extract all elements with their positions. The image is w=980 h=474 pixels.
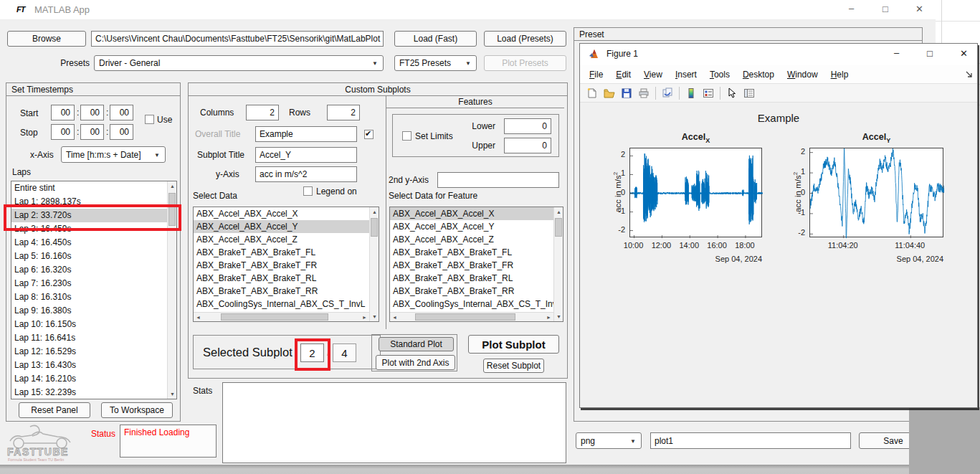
save-icon[interactable] <box>620 87 633 100</box>
load-fast-button[interactable]: Load (Fast) <box>394 31 477 47</box>
start-ss-field[interactable]: 00 <box>110 105 133 120</box>
menu-file[interactable]: File <box>583 67 609 82</box>
figure-close-button[interactable]: ✕ <box>960 48 968 59</box>
plot-presets-button[interactable]: Plot Presets <box>484 55 566 71</box>
start-hh-field[interactable]: 00 <box>51 105 75 120</box>
legend-on-checkbox[interactable] <box>303 186 313 196</box>
set-limits-checkbox[interactable] <box>402 131 411 141</box>
stop-hh-field[interactable]: 00 <box>51 124 75 140</box>
app-minimize-button[interactable]: – <box>849 3 854 14</box>
x-axis-dropdown[interactable]: Time [h:m:s + Date] ▼ <box>61 146 166 163</box>
list-item[interactable]: ABX_BrakeT_ABX_BrakeT_FL <box>390 246 563 259</box>
scroll-down-icon[interactable]: ▼ <box>554 312 563 321</box>
list-item[interactable]: Lap 8: 16.310s <box>11 290 176 304</box>
scroll-right-icon[interactable]: ► <box>360 313 369 322</box>
scroll-up-icon[interactable]: ▲ <box>168 181 177 191</box>
stop-ss-field[interactable]: 00 <box>110 124 133 140</box>
app-maximize-button[interactable]: □ <box>883 4 888 14</box>
lower-field[interactable]: 0 <box>504 118 551 134</box>
list-item[interactable]: ABX_BrakeT_ABX_BrakeT_RR <box>390 285 563 298</box>
menu-edit[interactable]: Edit <box>609 67 637 82</box>
scroll-left-icon[interactable]: ◄ <box>390 313 399 322</box>
data-list-vscroll[interactable]: ▲ ▼ <box>369 207 379 321</box>
list-item[interactable]: ABX_Accel_ABX_Accel_Y <box>390 220 563 233</box>
feature-list-vscroll[interactable]: ▲ ▼ <box>553 207 563 321</box>
list-item[interactable]: Lap 14: 16.210s <box>11 372 176 386</box>
scroll-left-icon[interactable]: ◄ <box>194 313 203 322</box>
reset-panel-button[interactable]: Reset Panel <box>19 402 90 418</box>
list-item[interactable]: Lap 6: 16.320s <box>11 263 176 277</box>
scroll-down-icon[interactable]: ▼ <box>168 389 177 399</box>
figure-maximize-button[interactable]: □ <box>927 48 933 59</box>
list-item[interactable]: Lap 7: 16.230s <box>11 277 176 290</box>
scroll-up-icon[interactable]: ▲ <box>370 207 379 217</box>
select-data-listbox[interactable]: ABX_Accel_ABX_Accel_XABX_Accel_ABX_Accel… <box>193 207 379 322</box>
list-item[interactable]: Lap 12: 16.529s <box>11 345 176 359</box>
second-y-axis-field[interactable] <box>437 172 559 188</box>
figure-minimize-button[interactable]: – <box>894 47 899 58</box>
y-axis-field[interactable]: acc in m/s^2 <box>255 166 357 182</box>
menu-view[interactable]: View <box>637 67 669 82</box>
stop-mm-field[interactable]: 00 <box>80 124 104 140</box>
feature-list-hscroll[interactable]: ◄ ► <box>390 312 553 321</box>
list-item[interactable]: ABX_Accel_ABX_Accel_Z <box>194 233 379 246</box>
list-item[interactable]: ABX_Accel_ABX_Accel_X <box>390 207 563 220</box>
list-item[interactable]: Lap 13: 16.430s <box>11 359 176 372</box>
start-mm-field[interactable]: 00 <box>80 105 104 120</box>
colorbar-icon[interactable] <box>685 87 698 100</box>
pointer-icon[interactable] <box>726 87 738 100</box>
list-item[interactable]: Lap 10: 16.150s <box>11 318 176 331</box>
browse-button[interactable]: Browse <box>7 31 86 47</box>
insert-legend-icon[interactable] <box>702 87 715 100</box>
plot-with-2nd-axis-button[interactable]: Plot with 2nd Axis <box>376 355 455 370</box>
menu-help[interactable]: Help <box>824 67 855 82</box>
plot-subplot-button[interactable]: Plot Subplot <box>468 335 559 354</box>
overall-title-field[interactable]: Example <box>255 126 357 142</box>
list-item[interactable]: Entire stint <box>11 181 176 195</box>
columns-field[interactable]: 2 <box>246 105 279 120</box>
app-close-button[interactable]: ✕ <box>915 4 923 14</box>
rows-field[interactable]: 2 <box>327 105 360 120</box>
path-field[interactable]: C:\Users\Vincent Chau\Documents\Fasttube… <box>91 31 384 47</box>
link-plots-icon[interactable] <box>661 87 674 100</box>
subplot-title-field[interactable]: Accel_Y <box>255 147 357 163</box>
upper-field[interactable]: 0 <box>504 138 551 153</box>
list-item[interactable]: ABX_BrakeT_ABX_BrakeT_FR <box>194 259 379 272</box>
list-item[interactable]: Lap 11: 16.641s <box>11 331 176 345</box>
scroll-right-icon[interactable]: ► <box>544 313 553 322</box>
stats-textarea[interactable] <box>222 382 566 463</box>
overall-title-checkbox[interactable] <box>364 130 374 139</box>
list-item[interactable]: ABX_BrakeT_ABX_BrakeT_FL <box>194 246 379 259</box>
reset-subplot-button[interactable]: Reset Subplot <box>483 359 544 373</box>
feature-data-listbox[interactable]: ABX_Accel_ABX_Accel_XABX_Accel_ABX_Accel… <box>389 207 563 322</box>
figure-titlebar[interactable]: Figure 1 – □ ✕ <box>580 44 977 65</box>
image-format-dropdown[interactable]: png ▼ <box>576 432 642 449</box>
property-inspector-icon[interactable] <box>743 87 756 100</box>
list-item[interactable]: ABX_BrakeT_ABX_BrakeT_RL <box>390 272 563 285</box>
load-presets-button[interactable]: Load (Presets) <box>484 31 566 47</box>
filename-field[interactable]: plot1 <box>650 432 851 449</box>
list-item[interactable]: Lap 4: 16.450s <box>11 236 176 250</box>
dock-arrow-icon[interactable] <box>966 71 973 78</box>
list-item[interactable]: Lap 5: 16.160s <box>11 250 176 263</box>
use-checkbox[interactable] <box>145 115 154 124</box>
scroll-down-icon[interactable]: ▼ <box>370 312 379 321</box>
list-item[interactable]: ABX_Accel_ABX_Accel_Y <box>194 220 379 233</box>
to-workspace-button[interactable]: To Workspace <box>101 402 173 418</box>
list-item[interactable]: ABX_BrakeT_ABX_BrakeT_FR <box>390 259 563 272</box>
standard-plot-button[interactable]: Standard Plot <box>379 337 454 351</box>
list-item[interactable]: ABX_CoolingSys_Internal_ABX_CS_T_InvL <box>390 298 563 311</box>
menu-window[interactable]: Window <box>781 67 824 82</box>
menu-tools[interactable]: Tools <box>703 67 736 82</box>
list-item[interactable]: ABX_CoolingSys_Internal_ABX_CS_T_InvL <box>194 298 379 311</box>
scroll-up-icon[interactable]: ▲ <box>554 207 563 217</box>
list-item[interactable]: Lap 9: 16.380s <box>11 304 176 318</box>
open-folder-icon[interactable] <box>603 87 616 100</box>
data-list-hscroll[interactable]: ◄ ► <box>194 312 369 321</box>
menu-desktop[interactable]: Desktop <box>736 67 781 82</box>
presets-dropdown[interactable]: Driver - General ▼ <box>94 55 384 71</box>
ft25-presets-dropdown[interactable]: FT25 Presets ▼ <box>394 55 477 71</box>
print-icon[interactable] <box>637 87 650 100</box>
list-item[interactable]: ABX_Accel_ABX_Accel_Z <box>390 233 563 246</box>
plot-axes[interactable] <box>809 148 943 237</box>
